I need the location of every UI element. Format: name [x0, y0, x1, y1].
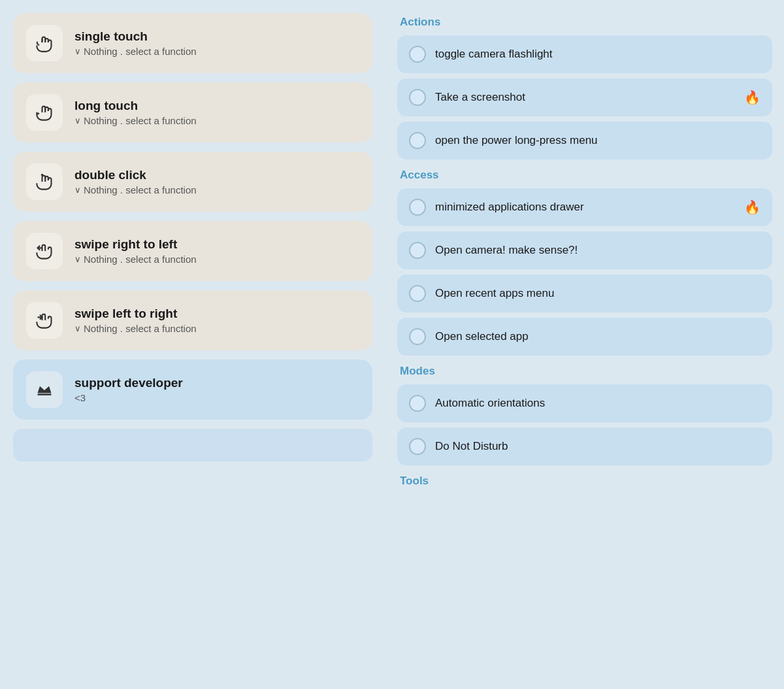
partial-card: [13, 429, 372, 462]
gesture-card-swipe-left-to-right[interactable]: swipe left to right∨ Nothing . select a …: [13, 290, 372, 350]
chevron-down-icon: ∨: [74, 254, 81, 264]
action-label-open-selected-app: Open selected app: [435, 330, 760, 343]
action-item-toggle-camera-flashlight[interactable]: toggle camera flashlight: [397, 35, 772, 73]
radio-open-power-menu[interactable]: [409, 132, 426, 149]
fire-icon: 🔥: [744, 90, 760, 105]
radio-open-camera[interactable]: [409, 242, 426, 259]
action-label-open-camera: Open camera! make sense?!: [435, 244, 760, 257]
action-item-minimized-app-drawer[interactable]: minimized applications drawer🔥: [397, 188, 772, 226]
gesture-title-double-click: double click: [74, 168, 197, 182]
action-label-automatic-orientations: Automatic orientations: [435, 397, 760, 410]
gesture-title-swipe-right-to-left: swipe right to left: [74, 237, 197, 252]
section-label-access: Access: [397, 169, 772, 182]
gesture-card-support-developer[interactable]: support developer<3: [13, 360, 372, 420]
gesture-title-swipe-left-to-right: swipe left to right: [74, 307, 197, 321]
radio-automatic-orientations[interactable]: [409, 395, 426, 412]
action-item-open-selected-app[interactable]: Open selected app: [397, 318, 772, 356]
gesture-icon-support-developer: [26, 371, 63, 408]
svg-rect-2: [38, 394, 52, 395]
chevron-down-icon: ∨: [74, 116, 81, 126]
action-item-open-camera[interactable]: Open camera! make sense?!: [397, 231, 772, 269]
right-panel: Actionstoggle camera flashlightTake a sc…: [385, 0, 784, 689]
action-item-do-not-disturb[interactable]: Do Not Disturb: [397, 428, 772, 465]
radio-take-screenshot[interactable]: [409, 89, 426, 106]
gesture-card-swipe-right-to-left[interactable]: swipe right to left∨ Nothing . select a …: [13, 221, 372, 281]
gesture-card-double-click[interactable]: double click∨ Nothing . select a functio…: [13, 152, 372, 212]
gesture-subtitle-swipe-left-to-right: ∨ Nothing . select a function: [74, 323, 197, 334]
gesture-subtitle-support-developer: <3: [74, 392, 183, 403]
svg-point-1: [41, 174, 44, 176]
gesture-icon-swipe-right-to-left: [26, 233, 63, 269]
radio-minimized-app-drawer[interactable]: [409, 199, 426, 216]
action-label-open-recent-apps: Open recent apps menu: [435, 287, 760, 300]
radio-open-recent-apps[interactable]: [409, 285, 426, 302]
gesture-title-support-developer: support developer: [74, 376, 183, 390]
action-label-open-power-menu: open the power long-press menu: [435, 134, 760, 147]
radio-do-not-disturb[interactable]: [409, 438, 426, 455]
action-item-open-power-menu[interactable]: open the power long-press menu: [397, 122, 772, 160]
gesture-card-single-touch[interactable]: single touch∨ Nothing . select a functio…: [13, 13, 372, 73]
section-label-tools: Tools: [397, 475, 772, 488]
section-label-actions: Actions: [397, 16, 772, 29]
chevron-down-icon: ∨: [74, 185, 81, 195]
gesture-icon-single-touch: [26, 25, 63, 61]
left-panel: single touch∨ Nothing . select a functio…: [0, 0, 385, 689]
action-item-automatic-orientations[interactable]: Automatic orientations: [397, 384, 772, 422]
radio-open-selected-app[interactable]: [409, 328, 426, 345]
action-label-take-screenshot: Take a screenshot: [435, 91, 735, 104]
action-item-take-screenshot[interactable]: Take a screenshot🔥: [397, 78, 772, 116]
gesture-subtitle-single-touch: ∨ Nothing . select a function: [74, 46, 197, 57]
gesture-title-long-touch: long touch: [74, 99, 197, 113]
gesture-subtitle-swipe-right-to-left: ∨ Nothing . select a function: [74, 254, 197, 265]
gesture-icon-long-touch: [26, 94, 63, 131]
action-label-minimized-app-drawer: minimized applications drawer: [435, 201, 735, 214]
radio-toggle-camera-flashlight[interactable]: [409, 46, 426, 63]
section-label-modes: Modes: [397, 365, 772, 378]
gesture-subtitle-long-touch: ∨ Nothing . select a function: [74, 115, 197, 126]
action-label-toggle-camera-flashlight: toggle camera flashlight: [435, 48, 760, 61]
fire-icon: 🔥: [744, 199, 760, 215]
gesture-icon-swipe-left-to-right: [26, 302, 63, 339]
gesture-icon-double-click: [26, 163, 63, 200]
gesture-card-long-touch[interactable]: long touch∨ Nothing . select a function: [13, 82, 372, 143]
action-label-do-not-disturb: Do Not Disturb: [435, 440, 760, 453]
gesture-subtitle-double-click: ∨ Nothing . select a function: [74, 184, 197, 195]
gesture-title-single-touch: single touch: [74, 29, 197, 44]
chevron-down-icon: ∨: [74, 46, 81, 56]
chevron-down-icon: ∨: [74, 324, 81, 333]
action-item-open-recent-apps[interactable]: Open recent apps menu: [397, 275, 772, 312]
